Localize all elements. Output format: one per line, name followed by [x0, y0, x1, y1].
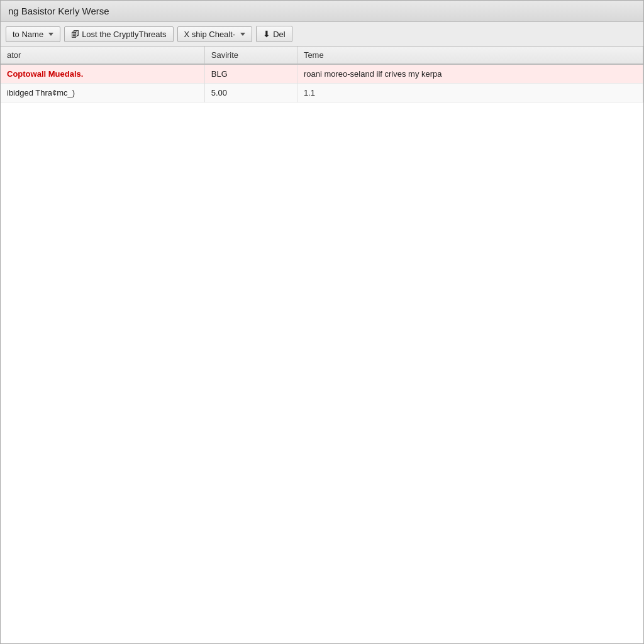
lost-cryptly-button[interactable]: 🗐 Lost the CryptlyThreats	[64, 26, 173, 42]
cell-ator: Coptowall Muedals.	[1, 64, 204, 84]
lost-cryptly-label: Lost the CryptlyThreats	[82, 30, 166, 39]
window-title: ng Basistor Kerly Werse	[8, 6, 109, 16]
table-container: ator Savirite Teme Coptowall Muedals.BLG…	[1, 47, 643, 643]
del-button[interactable]: ⬇ Del	[256, 26, 292, 42]
ito-name-label: to Name	[13, 30, 43, 39]
ship-chealt-dropdown-icon	[240, 33, 245, 36]
col-savirite: Savirite	[204, 47, 297, 64]
title-bar: ng Basistor Kerly Werse	[1, 1, 643, 22]
cell-ator: ibidged Thra¢mc_)	[1, 84, 204, 103]
table-body: Coptowall Muedals.BLGroani moreo-seland …	[1, 64, 643, 103]
cell-teme: 1.1	[297, 84, 643, 103]
table-row[interactable]: ibidged Thra¢mc_)5.001.1	[1, 84, 643, 103]
toolbar: to Name 🗐 Lost the CryptlyThreats X ship…	[1, 22, 643, 47]
table-row[interactable]: Coptowall Muedals.BLGroani moreo-seland …	[1, 64, 643, 84]
del-label: Del	[273, 30, 286, 39]
cell-savirite: 5.00	[204, 84, 297, 103]
cell-teme: roani moreo-seland ilf crives my kerpa	[297, 64, 643, 84]
ship-chealt-button[interactable]: X ship Chealt-	[177, 26, 253, 42]
col-ator: ator	[1, 47, 204, 64]
lost-cryptly-icon: 🗐	[71, 30, 79, 39]
ito-name-dropdown-icon	[48, 33, 53, 36]
del-icon: ⬇	[263, 29, 270, 39]
cell-savirite: BLG	[204, 64, 297, 84]
ship-chealt-label: X ship Chealt-	[184, 30, 236, 39]
ito-name-button[interactable]: to Name	[6, 26, 60, 42]
col-teme: Teme	[297, 47, 643, 64]
main-window: ng Basistor Kerly Werse to Name 🗐 Lost t…	[0, 0, 644, 644]
table-header: ator Savirite Teme	[1, 47, 643, 64]
main-table: ator Savirite Teme Coptowall Muedals.BLG…	[1, 47, 643, 103]
